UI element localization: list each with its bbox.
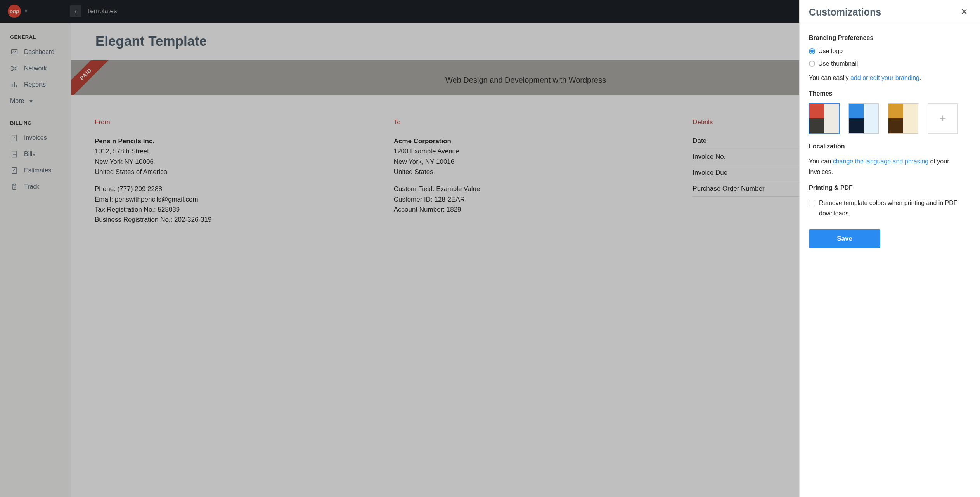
sidebar-item-reports[interactable]: Reports (0, 76, 71, 93)
themes-row: + (809, 103, 971, 134)
sidebar: GENERAL Dashboard Network Reports More ▾… (0, 23, 71, 497)
checkbox-label: Remove template colors when printing and… (819, 198, 971, 219)
to-country: United States (394, 167, 658, 177)
from-tax: Tax Registration No.: 528039 (95, 205, 359, 215)
track-icon (10, 182, 19, 191)
details-label: Date (693, 137, 706, 145)
from-addr2: New York NY 10006 (95, 157, 359, 167)
branding-heading: Branding Preferences (809, 35, 971, 42)
sidebar-item-estimates[interactable]: Estimates (0, 162, 71, 179)
checkbox-icon (809, 200, 815, 206)
remove-colors-checkbox[interactable]: Remove template colors when printing and… (809, 198, 971, 219)
radio-use-logo[interactable]: Use logo (809, 48, 971, 55)
sidebar-item-dashboard[interactable]: Dashboard (0, 44, 71, 60)
sidebar-item-more[interactable]: More ▾ (0, 93, 71, 109)
change-language-link[interactable]: change the language and phrasing (833, 158, 928, 165)
close-icon: ✕ (961, 7, 968, 17)
sidebar-item-label: Reports (24, 81, 46, 88)
radio-icon (809, 61, 815, 67)
svg-point-1 (14, 68, 15, 69)
localization-heading: Localization (809, 143, 971, 150)
app-logo[interactable]: onp (8, 5, 21, 18)
svg-point-5 (16, 70, 17, 71)
chevron-left-icon: ‹ (74, 7, 77, 16)
close-button[interactable]: ✕ (957, 5, 971, 19)
sidebar-item-label: Network (24, 65, 47, 72)
app-logo-text: onp (10, 9, 19, 14)
svg-point-4 (12, 70, 13, 71)
to-heading: To (394, 118, 658, 126)
theme-swatch[interactable] (848, 103, 879, 134)
from-addr1: 1012, 578th Street, (95, 146, 359, 156)
sidebar-item-label: More (10, 97, 24, 104)
sidebar-heading-billing: BILLING (0, 116, 71, 130)
from-business: Business Registration No.: 202-326-319 (95, 215, 359, 225)
branding-help-text: You can easily add or edit your branding… (809, 73, 971, 83)
from-company: Pens n Pencils Inc. (95, 136, 359, 146)
drawer-title: Customizations (809, 7, 881, 18)
radio-icon (809, 48, 815, 54)
radio-label: Use logo (818, 48, 843, 55)
radio-label: Use thumbnail (818, 60, 858, 67)
from-column: From Pens n Pencils Inc. 1012, 578th Str… (95, 118, 359, 496)
to-column: To Acme Corporation 1200 Example Avenue … (394, 118, 658, 496)
sidebar-item-label: Invoices (24, 134, 47, 141)
localization-help-text: You can change the language and phrasing… (809, 156, 971, 177)
to-company: Acme Corporation (394, 136, 658, 146)
back-button[interactable]: ‹ (70, 5, 81, 17)
bill-icon (10, 150, 19, 158)
to-addr2: New York, NY 10016 (394, 157, 658, 167)
details-label: Invoice No. (693, 153, 725, 161)
plus-icon: + (939, 112, 946, 125)
theme-swatch[interactable] (809, 103, 839, 134)
sidebar-item-invoices[interactable]: Invoices (0, 130, 71, 146)
sidebar-item-track[interactable]: Track (0, 179, 71, 195)
to-custom: Custom Field: Example Value (394, 184, 658, 194)
radio-use-thumbnail[interactable]: Use thumbnail (809, 60, 971, 67)
details-label: Purchase Order Number (693, 185, 764, 193)
svg-rect-10 (14, 184, 16, 185)
edit-branding-link[interactable]: add or edit your branding (850, 75, 919, 81)
sidebar-item-label: Dashboard (24, 49, 54, 56)
printing-heading: Printing & PDF (809, 184, 971, 191)
chevron-down-icon: ▾ (29, 97, 33, 105)
to-custid: Customer ID: 128-2EAR (394, 195, 658, 205)
from-phone: Phone: (777) 209 2288 (95, 184, 359, 194)
theme-swatch[interactable] (888, 103, 918, 134)
svg-point-2 (12, 66, 13, 67)
invoice-icon (10, 134, 19, 142)
estimate-icon (10, 166, 19, 175)
details-label: Invoice Due (693, 169, 727, 177)
svg-rect-8 (12, 168, 17, 174)
themes-heading: Themes (809, 90, 971, 97)
chevron-down-icon[interactable]: ▾ (25, 9, 27, 14)
to-acct: Account Number: 1829 (394, 205, 658, 215)
sidebar-item-bills[interactable]: Bills (0, 146, 71, 162)
to-addr1: 1200 Example Avenue (394, 146, 658, 156)
from-country: United States of America (95, 167, 359, 177)
reports-icon (10, 80, 19, 89)
network-icon (10, 64, 19, 73)
from-email: Email: penswithpencils@gmail.com (95, 195, 359, 205)
add-theme-button[interactable]: + (928, 103, 958, 134)
svg-point-3 (16, 66, 17, 67)
save-button[interactable]: Save (809, 229, 880, 248)
customizations-drawer: Customizations ✕ Branding Preferences Us… (799, 0, 980, 497)
from-heading: From (95, 118, 359, 126)
dashboard-icon (10, 48, 19, 56)
sidebar-item-label: Track (24, 183, 39, 190)
sidebar-item-label: Bills (24, 151, 35, 158)
breadcrumb[interactable]: Templates (87, 7, 117, 15)
sidebar-item-network[interactable]: Network (0, 60, 71, 76)
sidebar-heading-general: GENERAL (0, 30, 71, 44)
sidebar-item-label: Estimates (24, 167, 51, 174)
